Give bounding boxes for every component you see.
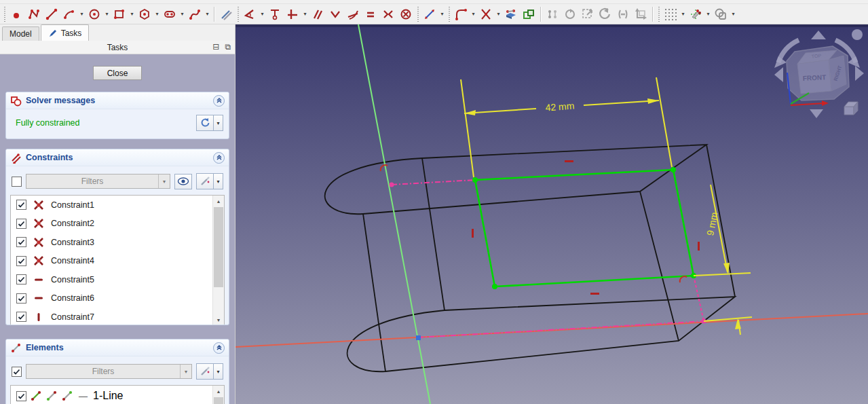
scroll-up-icon[interactable]: ▲ (213, 386, 224, 397)
constrain-angle-icon[interactable] (241, 5, 259, 23)
toolbar-drag-handle[interactable] (416, 7, 419, 22)
constrain-distance-y-icon[interactable] (266, 5, 284, 23)
constraint-checkbox[interactable] (16, 256, 26, 266)
3d-viewport[interactable]: 42 mm 9 mm (235, 24, 868, 404)
constraint-row[interactable]: Constraint3 (11, 233, 224, 252)
element-checkbox[interactable] (16, 391, 26, 401)
construction-point[interactable] (390, 183, 394, 187)
constraint-row[interactable]: Constraint7 (11, 308, 224, 325)
sketch-vertex[interactable] (492, 284, 497, 289)
select-elements-icon[interactable] (579, 5, 597, 23)
constraint-row[interactable]: Constraint6 (11, 289, 224, 308)
constraint-row[interactable]: Constraint5 (11, 270, 224, 289)
create-rectangle-icon[interactable] (111, 5, 128, 23)
horizontal-vertical-dropdown-icon[interactable]: ▾ (301, 5, 309, 23)
distance-dropdown-icon[interactable]: ▾ (438, 5, 446, 23)
auto-update-button[interactable]: ▾ (196, 115, 223, 131)
constraint-checkbox[interactable] (16, 200, 26, 210)
fillet-dropdown-icon[interactable]: ▾ (470, 5, 477, 23)
constraints-settings-button[interactable]: ▾ (196, 173, 223, 189)
collapse-chevron-icon[interactable] (213, 152, 225, 164)
tab-tasks[interactable]: Tasks (41, 24, 90, 41)
toolbar-drag-handle[interactable] (3, 7, 6, 22)
create-circle-icon[interactable] (86, 5, 103, 23)
sketch-vertex[interactable] (472, 177, 478, 183)
elements-settings-button[interactable]: ▾ (196, 363, 223, 380)
refresh-dropdown-icon[interactable]: ▾ (214, 115, 223, 131)
scroll-up-icon[interactable]: ▲ (213, 196, 224, 206)
origin-point[interactable] (416, 335, 421, 340)
constraint-checkbox[interactable] (16, 293, 26, 304)
nav-circle-icon[interactable] (852, 29, 863, 40)
scroll-down-icon[interactable]: ▼ (213, 314, 224, 325)
scrollbar-thumb[interactable] (214, 207, 223, 287)
create-slot-icon[interactable] (161, 5, 178, 23)
select-redundant-icon[interactable] (597, 5, 614, 23)
constraint-row[interactable]: Constraint1 (11, 196, 224, 215)
constrain-tangent-icon[interactable] (344, 5, 362, 23)
move-transform-icon[interactable] (632, 5, 649, 23)
select-associated-icon[interactable] (561, 5, 579, 23)
elements-filter-combo[interactable]: Filters ▾ (26, 364, 192, 379)
render-order-icon[interactable] (712, 5, 730, 23)
elements-filter-checkbox[interactable] (12, 367, 22, 377)
constraints-scrollbar[interactable]: ▲ ▼ (212, 196, 224, 325)
show-hide-constraints-button[interactable] (174, 174, 192, 189)
constrain-equal-icon[interactable] (362, 5, 379, 23)
constrain-horizontal-vertical-icon[interactable] (284, 5, 301, 23)
3d-view-canvas[interactable]: 42 mm 9 mm (235, 24, 868, 404)
close-button[interactable]: Close (93, 66, 142, 80)
external-geometry-icon[interactable] (502, 5, 520, 23)
create-polyline-icon[interactable] (25, 5, 43, 23)
constrain-distance-icon[interactable] (421, 5, 438, 23)
scrollbar-thumb[interactable] (214, 397, 223, 404)
constraints-filter-combo[interactable]: Filters ▾ (26, 174, 170, 189)
rectangle-dropdown-icon[interactable]: ▾ (128, 5, 136, 23)
circle-dropdown-icon[interactable]: ▾ (103, 5, 111, 23)
tab-model[interactable]: Model (2, 26, 39, 41)
collapse-chevron-icon[interactable] (213, 95, 225, 107)
constraint-checkbox[interactable] (16, 237, 26, 247)
settings-dropdown-icon[interactable]: ▾ (214, 173, 223, 189)
element-row[interactable]: — 1-Line (11, 386, 224, 404)
carbon-copy-icon[interactable] (520, 5, 537, 23)
bspline-dropdown-icon[interactable]: ▾ (204, 5, 211, 23)
elements-scrollbar[interactable]: ▲ (212, 386, 224, 404)
trim-edge-icon[interactable] (477, 5, 495, 23)
constrain-perpendicular-icon[interactable] (326, 5, 344, 23)
select-conflicting-icon[interactable] (614, 5, 632, 23)
create-fillet-icon[interactable] (452, 5, 470, 23)
render-order-dropdown-icon[interactable]: ▾ (730, 5, 737, 23)
toggle-construction-icon[interactable] (217, 5, 235, 23)
constraint-checkbox[interactable] (16, 312, 26, 322)
nav-mini-cube-icon[interactable] (844, 102, 858, 115)
slot-dropdown-icon[interactable]: ▾ (178, 5, 186, 23)
constrain-parallel-icon[interactable] (309, 5, 326, 23)
snap-dropdown-icon[interactable]: ▾ (704, 5, 712, 23)
trim-dropdown-icon[interactable]: ▾ (495, 5, 502, 23)
create-arc-icon[interactable] (60, 5, 78, 23)
polygon-dropdown-icon[interactable]: ▾ (153, 5, 161, 23)
toggle-snap-icon[interactable] (687, 5, 704, 23)
dock-panel-icon[interactable]: ⊟ (212, 42, 219, 52)
float-panel-icon[interactable]: ⧉ (225, 42, 231, 52)
select-unconstrained-icon[interactable] (544, 5, 561, 23)
create-point-icon[interactable] (7, 5, 25, 23)
constraint-row[interactable]: Constraint2 (11, 215, 224, 234)
angle-dropdown-icon[interactable]: ▾ (259, 5, 266, 23)
toggle-grid-icon[interactable] (662, 5, 679, 23)
grid-dropdown-icon[interactable]: ▾ (679, 5, 687, 23)
toolbar-drag-handle[interactable] (447, 7, 451, 22)
toolbar-drag-handle[interactable] (236, 7, 240, 22)
settings-dropdown-icon[interactable]: ▾ (214, 363, 223, 380)
constraint-checkbox[interactable] (16, 219, 26, 229)
collapse-chevron-icon[interactable] (213, 342, 225, 354)
nav-cube-front-label[interactable]: FRONT (802, 73, 826, 82)
constraints-filter-checkbox[interactable] (12, 177, 22, 187)
nav-cube-body[interactable]: FRONT RIGHT TOP (787, 46, 849, 100)
constraint-row[interactable]: Constraint4 (11, 252, 224, 271)
constrain-symmetric-icon[interactable] (379, 5, 397, 23)
create-polygon-icon[interactable] (136, 5, 153, 23)
arc-dropdown-icon[interactable]: ▾ (78, 5, 86, 23)
create-bspline-icon[interactable] (186, 5, 204, 23)
